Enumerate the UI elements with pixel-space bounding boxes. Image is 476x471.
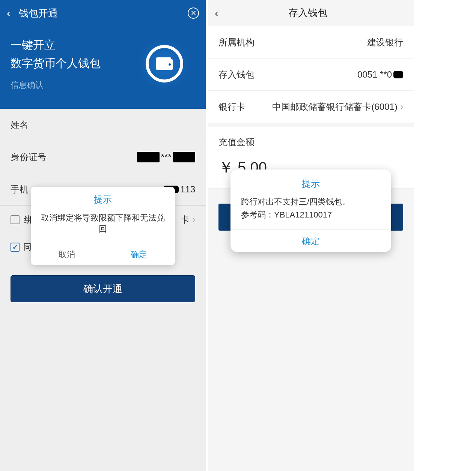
ok-button[interactable]: 确定 bbox=[230, 230, 391, 252]
field-id-label: 身份证号 bbox=[11, 151, 137, 163]
confirm-dialog: 提示 取消绑定将导致限额下降和无法兑回 取消 确定 bbox=[31, 187, 175, 265]
svg-point-2 bbox=[169, 63, 171, 66]
dialog-title: 提示 bbox=[230, 170, 391, 195]
wallet-svg-icon bbox=[155, 57, 173, 71]
row-bank-card[interactable]: 银行卡 中国邮政储蓄银行储蓄卡(6001) › bbox=[208, 91, 414, 123]
checkbox-checked-icon[interactable]: ✓ bbox=[11, 243, 20, 252]
institution-value: 建设银行 bbox=[367, 36, 403, 48]
field-name[interactable]: 姓名 bbox=[0, 109, 206, 141]
dialog-title: 提示 bbox=[31, 187, 175, 209]
row-deposit-wallet[interactable]: 存入钱包 0051 **0 bbox=[208, 58, 414, 91]
wallet-icon bbox=[138, 38, 191, 90]
field-id[interactable]: 身份证号 4210 *** 2715 bbox=[0, 141, 206, 173]
row-institution: 所属机构 建设银行 bbox=[208, 26, 414, 58]
bind-suffix: 卡 bbox=[181, 214, 190, 226]
page-title: 钱包开通 bbox=[19, 7, 188, 20]
chevron-right-icon: › bbox=[193, 215, 195, 225]
svg-rect-1 bbox=[156, 57, 171, 60]
card-label: 银行卡 bbox=[218, 101, 272, 113]
dialog-body: 跨行对出不支持三/四类钱包。 参考码：YBLA12110017 bbox=[230, 195, 391, 230]
chevron-right-icon: › bbox=[401, 102, 403, 112]
amount-label: 充值金额 bbox=[218, 136, 403, 148]
field-name-label: 姓名 bbox=[11, 119, 195, 131]
dialog-message: 取消绑定将导致限额下降和无法兑回 bbox=[31, 209, 175, 244]
nav-bar: ‹ 存入钱包 bbox=[208, 0, 414, 26]
checkbox-icon[interactable] bbox=[11, 215, 20, 224]
wallet-value: 0051 **0 bbox=[357, 69, 403, 80]
deposit-info-list: 所属机构 建设银行 存入钱包 0051 **0 银行卡 中国邮政储蓄银行储蓄卡(… bbox=[208, 26, 414, 123]
cancel-button[interactable]: 取消 bbox=[31, 244, 103, 265]
field-id-value: 4210 *** 2715 bbox=[137, 152, 195, 162]
screen-deposit: ‹ 存入钱包 所属机构 建设银行 存入钱包 0051 **0 银行卡 中国邮政储… bbox=[208, 0, 414, 471]
hero-banner: 一键开立 数字货币个人钱包 信息确认 bbox=[0, 26, 206, 109]
ok-button[interactable]: 确定 bbox=[103, 244, 175, 265]
institution-label: 所属机构 bbox=[218, 36, 367, 48]
dialog-msg-line2: 参考码：YBLA12110017 bbox=[241, 208, 381, 221]
back-icon[interactable]: ‹ bbox=[7, 7, 11, 20]
close-icon[interactable]: ✕ bbox=[188, 8, 199, 19]
wallet-label: 存入钱包 bbox=[218, 69, 357, 81]
page-title: 存入钱包 bbox=[209, 6, 407, 20]
nav-bar: ‹ 钱包开通 ✕ bbox=[0, 0, 206, 26]
alert-dialog: 提示 跨行对出不支持三/四类钱包。 参考码：YBLA12110017 确定 bbox=[230, 170, 391, 252]
screen-wallet-open: ‹ 钱包开通 ✕ 一键开立 数字货币个人钱包 信息确认 姓名 身份证号 4210 bbox=[0, 0, 206, 471]
confirm-open-button[interactable]: 确认开通 bbox=[11, 275, 195, 302]
dialog-buttons: 取消 确定 bbox=[31, 244, 175, 265]
dialog-msg-line1: 跨行对出不支持三/四类钱包。 bbox=[241, 195, 381, 208]
card-value: 中国邮政储蓄银行储蓄卡(6001) bbox=[272, 101, 397, 113]
